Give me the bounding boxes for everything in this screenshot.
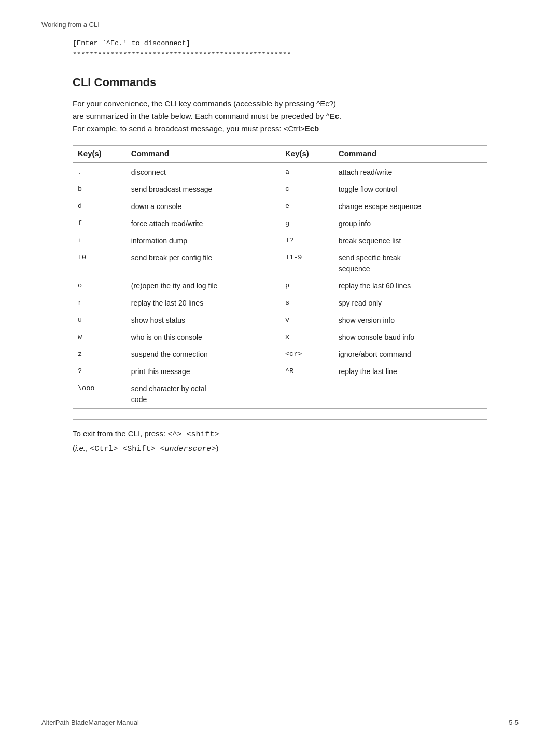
table-command-cell: send specific break sequence: [333, 250, 487, 278]
table-key-cell: \ooo: [73, 380, 126, 409]
table-command-cell: disconnect: [126, 162, 280, 181]
table-key-cell: e: [280, 198, 333, 215]
table-row: \ooosend character by octal code: [73, 380, 487, 409]
header-keys-2: Key(s): [280, 146, 333, 162]
footer: AlterPath BladeManager Manual 5-5: [41, 718, 519, 726]
table-command-cell: suspend the connection: [126, 346, 280, 363]
table-key-cell: a: [280, 162, 333, 181]
header-command-1: Command: [126, 146, 280, 162]
table-command-cell: show console baud info: [333, 329, 487, 346]
intro-line2: are summarized in the table below. Each …: [73, 112, 341, 120]
table-bottom-divider: [73, 419, 487, 420]
table-key-cell: w: [73, 329, 126, 346]
table-row: zsuspend the connection<cr>ignore/abort …: [73, 346, 487, 363]
table-row: iinformation dumpl?break sequence list: [73, 232, 487, 250]
table-command-cell: send character by octal code: [126, 380, 280, 409]
table-header-row: Key(s) Command Key(s) Command: [73, 146, 487, 162]
exit-line2: (i.e., <Ctrl> <Shift> <underscore>): [73, 441, 519, 456]
code-block: [Enter `^Ec.' to disconnect] ***********…: [73, 38, 519, 60]
table-key-cell: b: [73, 181, 126, 198]
table-command-cell: [333, 380, 487, 409]
exit-text-block: To exit from the CLI, press: <^> <shift>…: [73, 427, 519, 455]
table-key-cell: l?: [280, 232, 333, 250]
table-command-cell: replay the last line: [333, 363, 487, 380]
table-key-cell: ^R: [280, 363, 333, 380]
table-command-cell: attach read/write: [333, 162, 487, 181]
table-command-cell: break sequence list: [333, 232, 487, 250]
table-command-cell: show host status: [126, 312, 280, 329]
table-command-cell: ignore/abort command: [333, 346, 487, 363]
code-line-2: ****************************************…: [73, 49, 519, 61]
table-key-cell: l1-9: [280, 250, 333, 278]
breadcrumb: Working from a CLI: [41, 21, 519, 29]
table-key-cell: u: [73, 312, 126, 329]
table-row: o(re)open the tty and log filepreplay th…: [73, 278, 487, 295]
table-row: .disconnectaattach read/write: [73, 162, 487, 181]
table-key-cell: l0: [73, 250, 126, 278]
table-key-cell: f: [73, 215, 126, 232]
footer-left: AlterPath BladeManager Manual: [41, 718, 139, 726]
intro-line3: For example, to send a broadcast message…: [73, 124, 319, 133]
table-key-cell: g: [280, 215, 333, 232]
table-command-cell: replay the last 60 lines: [333, 278, 487, 295]
table-command-cell: toggle flow control: [333, 181, 487, 198]
table-row: ushow host statusvshow version info: [73, 312, 487, 329]
table-command-cell: force attach read/write: [126, 215, 280, 232]
table-command-cell: down a console: [126, 198, 280, 215]
table-command-cell: information dump: [126, 232, 280, 250]
table-key-cell: p: [280, 278, 333, 295]
table-command-cell: group info: [333, 215, 487, 232]
table-key-cell: i: [73, 232, 126, 250]
table-command-cell: who is on this console: [126, 329, 280, 346]
header-command-2: Command: [333, 146, 487, 162]
table-key-cell: c: [280, 181, 333, 198]
table-command-cell: (re)open the tty and log file: [126, 278, 280, 295]
intro-paragraph: For your convenience, the CLI key comman…: [73, 98, 519, 135]
table-key-cell: x: [280, 329, 333, 346]
table-row: bsend broadcast messagectoggle flow cont…: [73, 181, 487, 198]
table-key-cell: r: [73, 295, 126, 312]
table-command-cell: change escape sequence: [333, 198, 487, 215]
table-key-cell: s: [280, 295, 333, 312]
table-command-cell: send broadcast message: [126, 181, 280, 198]
table-key-cell: <cr>: [280, 346, 333, 363]
header-keys-1: Key(s): [73, 146, 126, 162]
table-command-cell: replay the last 20 lines: [126, 295, 280, 312]
code-line-1: [Enter `^Ec.' to disconnect]: [73, 38, 519, 49]
table-key-cell: .: [73, 162, 126, 181]
table-key-cell: d: [73, 198, 126, 215]
table-key-cell: ?: [73, 363, 126, 380]
table-row: ddown a consoleechange escape sequence: [73, 198, 487, 215]
table-command-cell: print this message: [126, 363, 280, 380]
table-key-cell: v: [280, 312, 333, 329]
table-row: fforce attach read/writeggroup info: [73, 215, 487, 232]
table-command-cell: show version info: [333, 312, 487, 329]
table-key-cell: [280, 380, 333, 409]
footer-right: 5-5: [509, 718, 519, 726]
table-row: wwho is on this consolexshow console bau…: [73, 329, 487, 346]
cli-commands-table: Key(s) Command Key(s) Command .disconnec…: [73, 146, 487, 409]
table-key-cell: z: [73, 346, 126, 363]
intro-line1: For your convenience, the CLI key comman…: [73, 99, 336, 108]
table-key-cell: o: [73, 278, 126, 295]
table-row: ?print this message^Rreplay the last lin…: [73, 363, 487, 380]
section-title: CLI Commands: [73, 76, 519, 89]
table-row: l0send break per config filel1-9send spe…: [73, 250, 487, 278]
table-command-cell: spy read only: [333, 295, 487, 312]
table-command-cell: send break per config file: [126, 250, 280, 278]
exit-line1: To exit from the CLI, press: <^> <shift>…: [73, 427, 519, 441]
table-row: rreplay the last 20 linessspy read only: [73, 295, 487, 312]
